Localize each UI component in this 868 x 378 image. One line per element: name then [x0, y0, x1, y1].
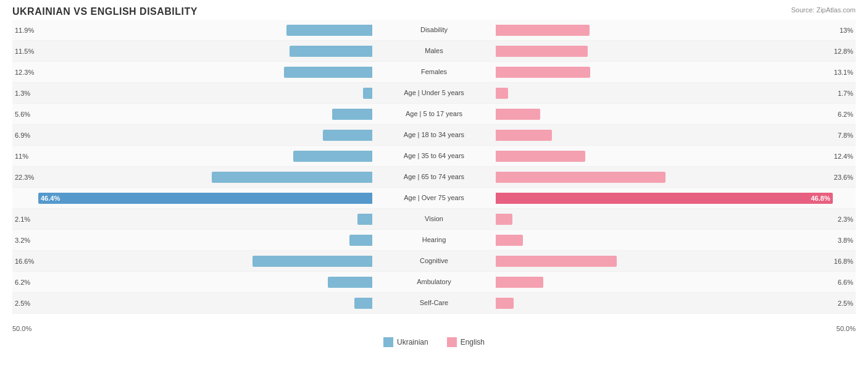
- bar-label: Cognitive: [372, 257, 496, 265]
- left-side: 16.6%: [12, 251, 372, 271]
- bar-row: 12.3% Females 13.1%: [12, 62, 856, 83]
- legend-english: English: [447, 337, 485, 347]
- bar-value-left-inside: 46.4%: [38, 195, 62, 202]
- left-side: 2.5%: [12, 293, 372, 313]
- right-side: 13.1%: [496, 62, 856, 82]
- bar-row: 46.4% Age | Over 75 years 46.8%: [12, 188, 856, 209]
- left-side: 1.3%: [12, 83, 372, 103]
- bar-label: Age | 65 to 74 years: [372, 173, 496, 181]
- bar-value-right: 1.7%: [838, 90, 853, 97]
- bar-value-left: 12.3%: [15, 69, 34, 76]
- bar-label: Age | 35 to 64 years: [372, 152, 496, 160]
- left-side: 6.9%: [12, 125, 372, 145]
- bar-value-right: 2.3%: [838, 216, 853, 223]
- bar-row: 6.2% Ambulatory 6.6%: [12, 272, 856, 293]
- axis-left-label: 50.0%: [12, 325, 31, 332]
- bar-row: 11.9% Disability 13%: [12, 20, 856, 41]
- svg-rect-0: [383, 337, 393, 347]
- bar-value-left: 11%: [15, 153, 28, 160]
- bar-row: 16.6% Cognitive 16.8%: [12, 251, 856, 272]
- left-side: 6.2%: [12, 272, 372, 292]
- ukrainian-swatch: [383, 337, 393, 347]
- right-side: 12.8%: [496, 41, 856, 61]
- axis-right-label: 50.0%: [837, 325, 856, 332]
- bar-value-left: 6.9%: [15, 132, 30, 139]
- bar-value-left: 11.9%: [15, 27, 34, 34]
- bar-row: 2.1% Vision 2.3%: [12, 209, 856, 230]
- right-side: 2.5%: [496, 293, 856, 313]
- legend-english-label: English: [461, 338, 485, 346]
- right-side: 6.6%: [496, 272, 856, 292]
- left-side: 11.5%: [12, 41, 372, 61]
- bar-value-right: 2.5%: [838, 300, 853, 307]
- bar-label: Age | 5 to 17 years: [372, 110, 496, 118]
- svg-rect-1: [447, 337, 457, 347]
- right-side: 7.8%: [496, 125, 856, 145]
- bar-value-left: 2.1%: [15, 216, 30, 223]
- chart-container: UKRAINIAN VS ENGLISH DISABILITY Source: …: [0, 0, 868, 378]
- bar-value-left: 2.5%: [15, 300, 30, 307]
- bar-label: Disability: [372, 26, 496, 34]
- right-side: 23.6%: [496, 167, 856, 187]
- bar-row: 3.2% Hearing 3.8%: [12, 230, 856, 251]
- chart-area: 11.9% Disability 13% 11.5% Males 12.8%: [12, 20, 856, 324]
- bar-label: Self-Care: [372, 299, 496, 307]
- bar-value-left: 5.6%: [15, 111, 30, 118]
- english-swatch: [447, 337, 457, 347]
- left-side: 5.6%: [12, 104, 372, 124]
- bar-value-right: 6.6%: [838, 279, 853, 286]
- right-side: 1.7%: [496, 83, 856, 103]
- right-side: 16.8%: [496, 251, 856, 271]
- bar-value-left: 3.2%: [15, 237, 30, 244]
- bar-value-left: 1.3%: [15, 90, 30, 97]
- chart-title: UKRAINIAN VS ENGLISH DISABILITY: [12, 6, 856, 17]
- bar-row: 11% Age | 35 to 64 years 12.4%: [12, 146, 856, 167]
- right-side: 13%: [496, 20, 856, 40]
- right-side: 12.4%: [496, 146, 856, 166]
- bar-value-right: 12.4%: [834, 153, 853, 160]
- bar-value-left: 11.5%: [15, 48, 34, 55]
- bar-value-right: 13%: [840, 27, 853, 34]
- bar-label: Age | 18 to 34 years: [372, 131, 496, 139]
- right-side: 3.8%: [496, 230, 856, 250]
- bar-value-right: 3.8%: [838, 237, 853, 244]
- bar-value-right: 16.8%: [834, 258, 853, 265]
- bar-label: Age | Over 75 years: [372, 194, 496, 202]
- source-label: Source: ZipAtlas.com: [791, 6, 856, 14]
- axis-labels: 50.0% 50.0%: [12, 324, 856, 334]
- bar-value-left: 22.3%: [15, 174, 34, 181]
- bar-value-left: 16.6%: [15, 258, 34, 265]
- right-side: 46.8%: [496, 188, 856, 208]
- bar-label: Age | Under 5 years: [372, 89, 496, 97]
- bar-row: 11.5% Males 12.8%: [12, 41, 856, 62]
- bar-row: 5.6% Age | 5 to 17 years 6.2%: [12, 104, 856, 125]
- bar-row: 2.5% Self-Care 2.5%: [12, 293, 856, 314]
- left-side: 11%: [12, 146, 372, 166]
- right-side: 6.2%: [496, 104, 856, 124]
- bar-label: Vision: [372, 215, 496, 223]
- legend-area: Ukrainian English: [12, 337, 856, 347]
- bar-row: 22.3% Age | 65 to 74 years 23.6%: [12, 167, 856, 188]
- bar-value-right: 12.8%: [834, 48, 853, 55]
- left-side: 22.3%: [12, 167, 372, 187]
- bar-label: Males: [372, 47, 496, 55]
- left-side: 12.3%: [12, 62, 372, 82]
- bar-label: Ambulatory: [372, 278, 496, 286]
- bar-row: 6.9% Age | 18 to 34 years 7.8%: [12, 125, 856, 146]
- bar-value-right: 6.2%: [838, 111, 853, 118]
- legend-ukrainian: Ukrainian: [383, 337, 428, 347]
- bar-value-right: 23.6%: [834, 174, 853, 181]
- bar-label: Hearing: [372, 236, 496, 244]
- bar-value-left: 6.2%: [15, 279, 30, 286]
- legend-ukrainian-label: Ukrainian: [397, 338, 428, 346]
- bar-value-right-inside: 46.8%: [808, 195, 832, 202]
- bar-row: 1.3% Age | Under 5 years 1.7%: [12, 83, 856, 104]
- bar-value-right: 13.1%: [834, 69, 853, 76]
- left-side: 46.4%: [12, 188, 372, 208]
- bar-label: Females: [372, 68, 496, 76]
- bar-value-right: 7.8%: [838, 132, 853, 139]
- left-side: 3.2%: [12, 230, 372, 250]
- right-side: 2.3%: [496, 209, 856, 229]
- left-side: 11.9%: [12, 20, 372, 40]
- left-side: 2.1%: [12, 209, 372, 229]
